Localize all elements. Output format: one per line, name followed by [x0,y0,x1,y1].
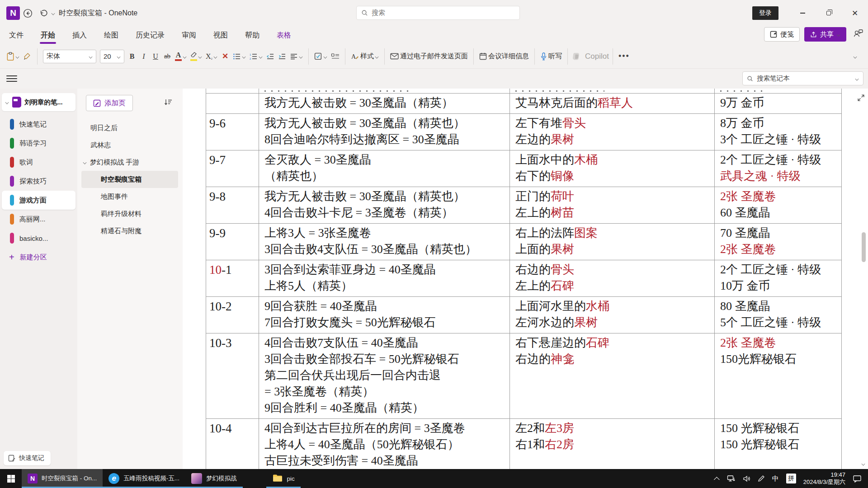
back-button[interactable] [20,5,35,21]
dictate-button[interactable]: 听写 [538,49,564,64]
cell-stage[interactable]: 9-8 [206,187,259,223]
more-options-button[interactable]: ••• [617,49,632,64]
page-item-3[interactable]: 时空裂痕宝箱 [81,171,178,188]
notebook-search-box[interactable]: 搜索笔记本 [742,71,863,85]
cell-conditions[interactable]: 4回合到达古巨拉所在的房间 = 3圣魔卷上将4人 = 40圣魔晶（50光辉秘银石… [259,418,510,469]
quick-notes-button[interactable]: 快速笔记 [4,451,51,465]
font-name-select[interactable]: 宋体 [43,50,96,63]
sidebar-section-5[interactable]: 高丽网... [0,210,77,229]
sidebar-section-2[interactable]: 歌词 [0,153,77,172]
cell-conditions[interactable]: 我方无人被击败 = 30圣魔晶（精英） [259,93,510,113]
page-item-5[interactable]: 羁绊升级材料 [77,205,183,222]
sidebar-section-1[interactable]: 韩语学习 [0,134,77,153]
volume-icon[interactable] [743,475,750,482]
cell-location-hints[interactable]: 艾马林克后面的稻草人 [510,93,715,113]
share-button[interactable]: 共享 [804,27,846,42]
cell-conditions[interactable]: 上将3人 = 3张圣魔卷3回合击败4支队伍 = 30圣魔晶（精英也） [259,223,510,260]
nav-toggle-hamburger-icon[interactable] [6,73,17,84]
bold-button[interactable]: B [126,49,138,64]
cell-stage[interactable]: 9-7 [206,150,259,187]
italic-button[interactable]: I [138,49,150,64]
page-item-4[interactable]: 地图事件 [77,188,183,205]
cell-location-hints[interactable]: 正门的荷叶左上的树苗 [510,187,715,223]
taskbar-app-game[interactable]: 梦幻模拟战 [185,469,243,488]
expand-chevron-icon[interactable] [83,160,87,164]
tab-8[interactable]: 表格 [276,29,292,42]
underline-button[interactable]: U [150,49,161,64]
close-button[interactable]: ✕ [842,3,868,23]
search-box[interactable]: 搜索 [356,6,520,20]
cell-conditions[interactable]: 4回合击败7支队伍 = 40圣魔晶3回合击败全部投石车 = 50光辉秘银石第二回… [259,333,510,418]
cell-stage[interactable]: 9-6 [206,113,259,150]
feedback-icon[interactable] [853,28,863,40]
email-page-button[interactable]: 通过电子邮件发送页面 [388,49,470,64]
cell-stage[interactable]: 10-1 [206,260,259,296]
increase-indent-button[interactable] [276,49,288,64]
note-canvas[interactable]: 我方无人被击败 = 30圣魔晶（精英）艾马林克后面的稻草人9万 金币9-6我方无… [183,89,868,469]
notification-center-icon[interactable] [853,475,862,483]
page-item-1[interactable]: 武林志 [77,136,183,154]
page-item-6[interactable]: 精通石与附魔 [77,222,183,239]
cell-conditions[interactable]: 9回合获胜 = 40圣魔晶7回合打败女魔头 = 50光辉秘银石 [259,296,510,333]
tag-list-button[interactable] [329,49,341,64]
cell-rewards[interactable]: 2个 工匠之锤 · 特级10万 金币 [715,260,842,296]
sidebar-section-6[interactable]: basicko... [0,229,77,248]
sidebar-section-4[interactable]: 游戏方面 [2,191,75,210]
strikethrough-button[interactable]: ab [161,49,173,64]
cell-location-hints[interactable]: 左2和左3房右1和右2房 [510,418,715,469]
cell-location-hints[interactable]: 左下有堆骨头左边的果树 [510,113,715,150]
meeting-details-button[interactable]: 会议详细信息 [477,49,531,64]
cell-location-hints[interactable]: 右边的骨头左上的石碑 [510,260,715,296]
copilot-button[interactable]: Copilot [571,52,609,61]
tab-3[interactable]: 绘图 [103,29,119,42]
sidebar-section-0[interactable]: 快速笔记 [0,115,77,134]
pen-icon[interactable] [758,475,765,482]
cell-rewards[interactable]: 2个 工匠之锤 · 特级武具之魂 · 特级 [715,150,842,187]
cell-rewards[interactable]: 150 光辉秘银石150 光辉秘银石 [715,418,842,469]
undo-button[interactable] [35,5,51,21]
cell-stage[interactable]: 9-9 [206,223,259,260]
vertical-scrollbar-thumb[interactable] [862,232,866,262]
start-button[interactable] [0,469,22,488]
tab-2[interactable]: 插入 [71,29,88,42]
ime-mode-indicator[interactable]: 拼 [786,474,796,483]
minimize-button[interactable] [789,3,816,23]
tab-0[interactable]: 文件 [8,29,24,42]
bullet-list-button[interactable] [231,49,248,64]
format-painter-button[interactable] [21,49,33,64]
cell-stage[interactable]: 10-4 [206,418,259,469]
cell-conditions[interactable]: 我方无人被击败 = 30圣魔晶（精英也）4回合击败斗卡尼 = 3圣魔卷（精英） [259,187,510,223]
ime-language-indicator[interactable]: 中 [772,474,779,483]
decrease-indent-button[interactable] [264,49,276,64]
cell-stage[interactable] [206,93,259,113]
login-button[interactable]: 登录 [752,6,778,20]
page-item-2[interactable]: 梦幻模拟战 手游 [77,154,183,171]
numbered-list-button[interactable]: 12 [248,49,264,64]
font-size-select[interactable]: 20 [100,50,124,63]
font-color-button[interactable]: A [173,49,189,64]
cell-stage[interactable]: 10-3 [206,333,259,418]
align-button[interactable] [288,49,305,64]
add-page-button[interactable]: 添加页 [86,95,133,111]
tray-show-hidden-icon[interactable] [714,477,720,483]
cell-rewards[interactable]: 9万 金币 [715,93,842,113]
clear-formatting-button[interactable]: ✕ [219,49,231,64]
cell-rewards[interactable]: 70 圣魔晶2张 圣魔卷 [715,223,842,260]
styles-button[interactable]: A 样式 [349,49,381,64]
sidebar-section-3[interactable]: 探索技巧 [0,172,77,191]
taskbar-app-onenote[interactable]: N时空裂痕宝箱 - On... [22,469,103,488]
cell-location-hints[interactable]: 上面水中的木桶右下的铜像 [510,150,715,187]
paste-button[interactable] [5,49,21,64]
tab-7[interactable]: 帮助 [244,29,260,42]
highlight-button[interactable] [189,49,204,64]
sticky-notes-button[interactable]: 便笺 [764,27,800,42]
cell-rewards[interactable]: 2张 圣魔卷60 圣魔晶 [715,187,842,223]
tab-5[interactable]: 审阅 [181,29,197,42]
cell-rewards[interactable]: 80 圣魔晶5个 工匠之锤 · 特级 [715,296,842,333]
tab-4[interactable]: 历史记录 [135,29,165,42]
cell-location-hints[interactable]: 右上的法阵图案上面的果树 [510,223,715,260]
tab-6[interactable]: 视图 [212,29,229,42]
maximize-button[interactable] [816,3,842,23]
taskbar-app-browser[interactable]: e五峰雨投稿视频-五... [103,469,185,488]
scroll-down-chevron-icon[interactable] [862,462,865,465]
